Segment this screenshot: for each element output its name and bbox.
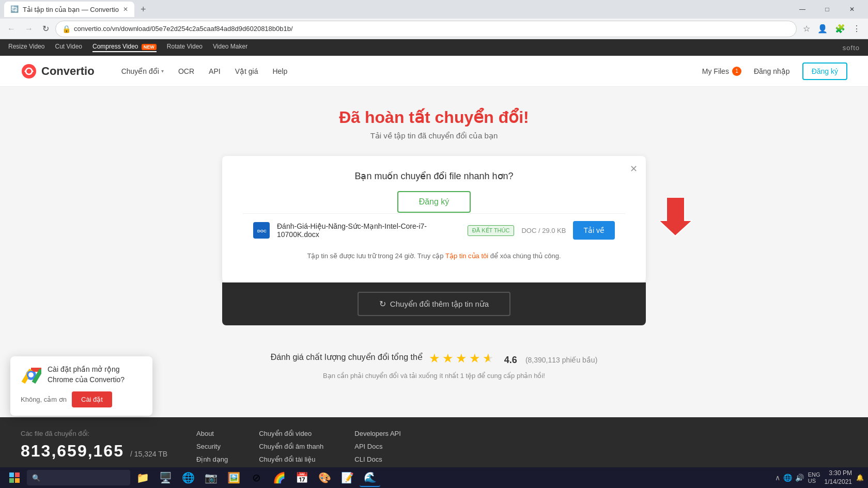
windows-icon bbox=[9, 473, 20, 483]
nav-item-help[interactable]: Help bbox=[266, 63, 293, 80]
profile-button[interactable]: 👤 bbox=[814, 21, 831, 37]
taskbar: 📁 🖥️ 🌐 📷 🖼️ ⊘ 🌈 📅 🎨 📝 🌊 ∧ 🌐 🔊 ENGUS bbox=[0, 467, 868, 488]
lock-icon: 🔒 bbox=[62, 25, 71, 33]
star-3: ★ bbox=[456, 351, 467, 366]
chrome-popup-title: Cài đặt phần mở rộng Chrome của Converti… bbox=[48, 365, 142, 385]
star-half: ★ bbox=[483, 351, 494, 366]
star-2: ★ bbox=[442, 351, 454, 366]
logo[interactable]: Convertio bbox=[21, 63, 95, 80]
footer-counter: 813,659,165 bbox=[21, 442, 124, 461]
promo-close-button[interactable]: ✕ bbox=[630, 163, 638, 175]
nav-item-api[interactable]: API bbox=[203, 63, 227, 80]
taskbar-app-opera[interactable]: ⊘ bbox=[246, 468, 267, 487]
taskbar-app-3[interactable]: 📷 bbox=[200, 468, 221, 487]
reload-button[interactable]: ↻ bbox=[39, 21, 52, 37]
tab-close-button[interactable]: ✕ bbox=[123, 6, 128, 13]
svg-rect-13 bbox=[15, 478, 20, 483]
start-button[interactable] bbox=[4, 468, 25, 487]
compress-video-link[interactable]: Compress Video NEW bbox=[92, 43, 157, 52]
close-button[interactable]: ✕ bbox=[840, 2, 864, 17]
footer-link-formats[interactable]: Định dạng bbox=[196, 455, 228, 463]
footer-link-security[interactable]: Security bbox=[196, 443, 228, 450]
extensions-button[interactable]: 🧩 bbox=[832, 21, 848, 37]
my-files-link[interactable]: Tập tin của tôi bbox=[445, 252, 488, 260]
menu-button[interactable]: ⋮ bbox=[849, 21, 864, 37]
taskbar-app-word[interactable]: 📝 bbox=[337, 468, 358, 487]
tab-favicon: 🔄 bbox=[10, 5, 19, 13]
taskbar-app-photos[interactable]: 🖼️ bbox=[223, 468, 244, 487]
promo-register-button[interactable]: Đăng ký bbox=[397, 191, 471, 213]
taskbar-icon-photos: 🖼️ bbox=[227, 471, 240, 484]
softo-logo: softo bbox=[843, 44, 860, 52]
no-thanks-button[interactable]: Không, cảm ơn bbox=[21, 396, 67, 403]
video-maker-link[interactable]: Video Maker bbox=[213, 43, 247, 52]
chevron-down-icon: ▾ bbox=[161, 68, 164, 74]
download-button[interactable]: Tải về bbox=[573, 221, 615, 240]
footer-col-3: Developers API API Docs CLI Docs bbox=[354, 430, 401, 463]
taskbar-app-1[interactable]: 🖥️ bbox=[155, 468, 176, 487]
tab-title: Tải tập tin của bạn — Convertio bbox=[23, 6, 119, 13]
svg-text:DOC: DOC bbox=[257, 229, 267, 233]
footer-col-1: About Security Định dạng bbox=[196, 430, 228, 463]
nav-item-ocr[interactable]: OCR bbox=[172, 63, 200, 80]
my-files-badge: 1 bbox=[732, 67, 741, 76]
footer-link-convert-video[interactable]: Chuyển đổi video bbox=[259, 430, 323, 437]
register-button[interactable]: Đăng ký bbox=[802, 62, 847, 80]
taskbar-app-edge[interactable]: 🌊 bbox=[360, 468, 380, 487]
forward-button[interactable]: → bbox=[22, 21, 36, 37]
svg-point-0 bbox=[22, 64, 36, 78]
volume-icon[interactable]: 🔊 bbox=[795, 474, 804, 482]
notification-icon[interactable]: 🔔 bbox=[856, 474, 864, 481]
address-bar[interactable]: 🔒 convertio.co/vn/download/05e7e2d254c2a… bbox=[55, 21, 797, 37]
softo-bar: Resize Video Cut Video Compress Video NE… bbox=[0, 39, 868, 56]
main-nav: Convertio Chuyển đổi ▾ OCR API Vật giá H… bbox=[0, 56, 868, 87]
back-button[interactable]: ← bbox=[4, 21, 19, 37]
svg-rect-11 bbox=[15, 473, 20, 477]
footer-link-convert-audio[interactable]: Chuyển đổi âm thanh bbox=[259, 443, 323, 450]
file-status-badge: ĐÃ KẾT THÚC bbox=[468, 225, 515, 236]
cut-video-link[interactable]: Cut Video bbox=[55, 43, 82, 52]
footer-link-api-docs[interactable]: API Docs bbox=[354, 443, 401, 450]
taskbar-app-4[interactable]: 📅 bbox=[291, 468, 312, 487]
download-arrow-icon bbox=[659, 197, 692, 239]
browser-tab[interactable]: 🔄 Tải tập tin của bạn — Convertio ✕ bbox=[4, 2, 134, 17]
my-files-button[interactable]: My Files 1 bbox=[702, 67, 741, 76]
taskbar-app-explorer[interactable]: 📁 bbox=[132, 468, 153, 487]
nav-item-convert[interactable]: Chuyển đổi ▾ bbox=[115, 63, 170, 80]
login-button[interactable]: Đăng nhập bbox=[748, 63, 796, 80]
success-title: Đã hoàn tất chuyển đổi! bbox=[339, 107, 529, 127]
chevron-up-icon[interactable]: ∧ bbox=[775, 474, 780, 482]
convert-more-button[interactable]: ↻ Chuyển đổi thêm tập tin nữa bbox=[358, 292, 510, 316]
file-name: Đánh-Giá-Hiệu-Năng-Sức-Mạnh-Intel-Core-i… bbox=[277, 222, 460, 239]
resize-video-link[interactable]: Resize Video bbox=[8, 43, 45, 52]
nav-item-pricing[interactable]: Vật giá bbox=[229, 63, 265, 80]
footer-link-dev-api[interactable]: Developers API bbox=[354, 430, 401, 437]
window-controls: — □ ✕ bbox=[791, 2, 864, 17]
svg-marker-5 bbox=[659, 197, 692, 236]
taskbar-app-5[interactable]: 🎨 bbox=[314, 468, 335, 487]
taskbar-search-input[interactable] bbox=[27, 470, 130, 485]
promo-text: Bạn muốn chuyển đổi file nhanh hơn? bbox=[243, 170, 625, 182]
footer-total: / 15,324 TB bbox=[130, 450, 167, 458]
rating-section: Đánh giá chất lượng chuyển đổi tổng thể … bbox=[271, 351, 598, 380]
rotate-video-link[interactable]: Rotate Video bbox=[167, 43, 203, 52]
taskbar-app-2[interactable]: 🌐 bbox=[178, 468, 198, 487]
network-icon: 🌐 bbox=[783, 474, 792, 482]
time-display: 3:30 PM bbox=[825, 469, 852, 478]
chrome-taskbar-icon: 🌈 bbox=[273, 471, 286, 484]
file-row: DOC Đánh-Giá-Hiệu-Năng-Sức-Mạnh-Intel-Co… bbox=[243, 213, 625, 247]
footer-link-cli-docs[interactable]: CLI Docs bbox=[354, 455, 401, 463]
browser-titlebar: 🔄 Tải tập tin của bạn — Convertio ✕ + — … bbox=[0, 0, 868, 19]
file-info: DOC / 29.0 KB bbox=[521, 227, 566, 234]
opera-icon: ⊘ bbox=[252, 471, 261, 484]
maximize-button[interactable]: □ bbox=[815, 2, 839, 17]
date-display: 1/14/2021 bbox=[825, 478, 852, 486]
install-button[interactable]: Cài đặt bbox=[72, 391, 112, 407]
new-tab-button[interactable]: + bbox=[136, 2, 150, 17]
minimize-button[interactable]: — bbox=[791, 2, 814, 17]
footer-link-about[interactable]: About bbox=[196, 430, 228, 437]
main-content: Đã hoàn tất chuyển đổi! Tải về tập tin đ… bbox=[0, 87, 868, 397]
taskbar-app-chrome[interactable]: 🌈 bbox=[269, 468, 289, 487]
footer-link-convert-doc[interactable]: Chuyển đổi tài liệu bbox=[259, 455, 323, 463]
bookmark-button[interactable]: ☆ bbox=[800, 21, 813, 37]
